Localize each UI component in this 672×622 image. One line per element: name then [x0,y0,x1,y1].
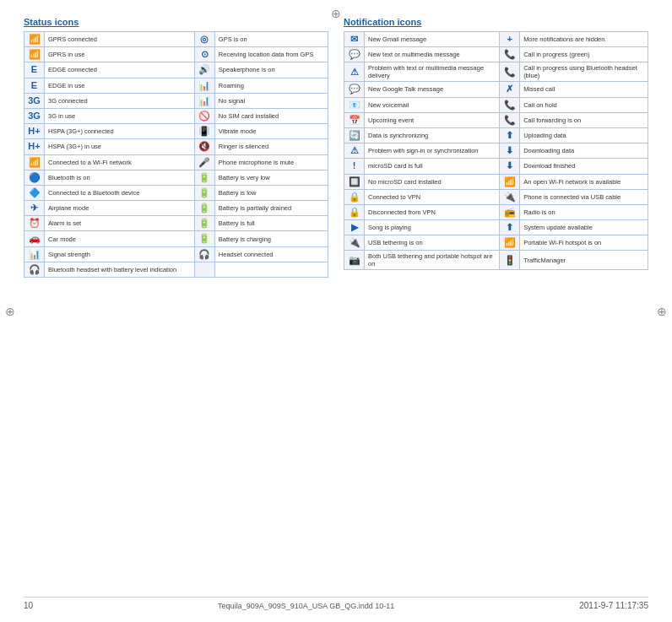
status-label-right: Battery is charging [214,231,328,246]
notif-label-right: Downloading data [520,143,648,159]
notif-icon-right: 📞 [500,112,520,127]
compass-right-icon: ⊕ [657,305,667,318]
notif-icon-left: 📅 [344,112,365,127]
status-label-left: GPRS in use [45,47,195,62]
notification-section-title: Notification icons [344,17,648,27]
status-label-right: Headset connected [214,246,328,262]
notification-table-row: 🔲No microSD card installed📶An open Wi-Fi… [344,174,648,189]
status-label-right: No signal [214,93,328,108]
notif-label-left: Problem with text or multimedia message … [365,62,500,82]
notif-label-right: An open Wi-Fi network is available [520,174,648,189]
notif-icon-left: 🔒 [344,204,365,219]
notif-label-left: Disconnected from VPN [365,204,500,219]
notif-icon-right: 🔌 [500,189,520,204]
notif-label-right: System update available [520,220,648,235]
status-icon-right: 🔇 [194,139,214,154]
notif-icon-right: ✗ [500,82,520,97]
status-icon-left: ⏰ [24,216,45,231]
notification-table: ✉New Gmail message+More notifications ar… [344,31,648,270]
status-icon-right [194,262,214,277]
status-icon-left: H+ [24,124,45,139]
status-label-left: 3G connected [45,93,195,108]
notif-icon-left: ▶ [344,220,365,235]
notif-label-left: Song is playing [365,220,500,235]
status-table-row: 📶GPRS connected◎GPS is on [24,32,328,47]
status-icon-left: E [24,62,45,78]
status-label-left: Bluetooth headset with battery level ind… [45,262,195,277]
notification-table-row: 💬New Google Talk message✗Missed call [344,82,648,97]
notification-table-row: 📅Upcoming event📞Call forwarding is on [344,112,648,127]
notif-icon-left: 🔌 [344,235,365,251]
notif-icon-left: ✉ [344,32,365,47]
notif-icon-right: 📞 [500,62,520,82]
status-icon-left: 📶 [24,154,45,170]
notif-label-right: Missed call [520,82,648,97]
status-table-row: 📶Connected to a Wi-Fi network🎤Phone micr… [24,154,328,170]
status-table-row: H+HSPA (3G+) in use🔇Ringer is silenced [24,139,328,154]
notif-label-left: New Gmail message [365,32,500,47]
status-icon-right: 🎤 [194,154,214,170]
notif-label-left: microSD card is full [365,159,500,174]
status-label-right: Ringer is silenced [214,139,328,154]
status-icon-right: 📊 [194,78,214,93]
status-icon-left: 📶 [24,47,45,62]
status-label-right: Battery is low [214,185,328,200]
status-icon-right: 🔋 [194,170,214,185]
notification-table-row: 🔒Disconnected from VPN📻Radio is on [344,204,648,219]
notif-label-right: TrafficManager [520,251,648,270]
notif-icon-left: 💬 [344,82,365,97]
status-icon-right: 📳 [194,124,214,139]
status-icon-left: 🎧 [24,262,45,277]
status-icon-left: ✈ [24,201,45,216]
page-number-left: 10 [24,601,33,610]
notif-label-right: Uploading data [520,127,648,143]
status-column: Status icons 📶GPRS connected◎GPS is on📶G… [24,17,328,590]
date-info: 2011-9-7 11:17:35 [579,601,648,610]
status-label-left: Connected to a Wi-Fi network [45,154,195,170]
notif-icon-right: ⬆ [500,127,520,143]
notif-label-right: Phone is connected via USB cable [520,189,648,204]
notif-label-right: Call on hold [520,97,648,112]
notif-label-left: New text or multimedia message [365,47,500,62]
status-table: 📶GPRS connected◎GPS is on📶GPRS in use⊙Re… [24,31,328,278]
status-table-row: 3G3G in use🚫No SIM card installed [24,108,328,123]
notif-icon-left: 🔄 [344,127,365,143]
status-icon-left: H+ [24,139,45,154]
notif-icon-right: ⬇ [500,159,520,174]
notif-icon-right: 📞 [500,97,520,112]
status-label-left: 3G in use [45,108,195,123]
notif-label-left: Problem with sign-in or synchronization [365,143,500,159]
status-label-right: Battery is partially drained [214,201,328,216]
notif-label-right: Call in progress using Bluetooth headset… [520,62,648,82]
notif-icon-right: 📶 [500,174,520,189]
notif-label-left: New Google Talk message [365,82,500,97]
status-icon-right: 🔊 [194,62,214,78]
status-label-left: Car mode [45,231,195,246]
notification-table-row: ▶Song is playing⬆System update available [344,220,648,235]
status-table-row: ⏰Alarm is set🔋Battery is full [24,216,328,231]
notif-label-left: Connected to VPN [365,189,500,204]
notification-table-row: ⚠Problem with text or multimedia message… [344,62,648,82]
notif-label-left: New voicemail [365,97,500,112]
notification-table-row: ⚠Problem with sign-in or synchronization… [344,143,648,159]
notification-table-row: 💬New text or multimedia message📞Call in … [344,47,648,62]
notif-icon-left: 📷 [344,251,365,270]
status-section-title: Status icons [24,17,328,27]
status-label-right: Battery is very low [214,170,328,185]
notif-label-right: Radio is on [520,204,648,219]
notif-icon-right: 📶 [500,235,520,251]
notification-table-row: ✉New Gmail message+More notifications ar… [344,32,648,47]
status-label-left: EDGE connected [45,62,195,78]
notif-icon-left: ⚠ [344,143,365,159]
status-table-row: ✈Airplane mode🔋Battery is partially drai… [24,201,328,216]
status-label-right: No SIM card installed [214,108,328,123]
notif-label-right: Portable Wi-Fi hotspot is on [520,235,648,251]
notif-label-right: Call forwarding is on [520,112,648,127]
status-icon-right: 🚫 [194,108,214,123]
notification-column: Notification icons ✉New Gmail message+Mo… [344,17,648,590]
main-columns: Status icons 📶GPRS connected◎GPS is on📶G… [24,17,648,590]
status-table-row: H+HSPA (3G+) connected📳Vibrate mode [24,124,328,139]
status-icon-left: 🚗 [24,231,45,246]
status-label-left: Signal strength [45,246,195,262]
file-info: Tequila_909A_909S_910A_USA GB_QG.indd 10… [218,602,394,610]
